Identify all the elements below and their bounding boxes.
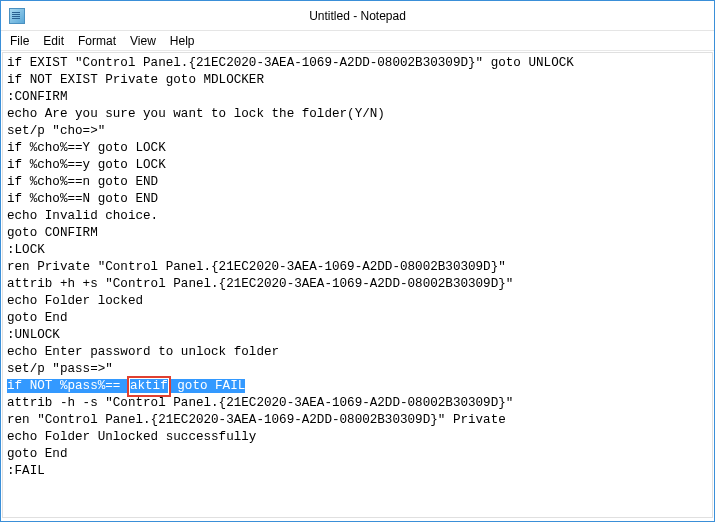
code-line: if %cho%==N goto END: [7, 192, 158, 206]
callout-box: aktif: [127, 376, 171, 397]
code-line: :CONFIRM: [7, 90, 67, 104]
menu-help[interactable]: Help: [163, 33, 202, 49]
menu-view[interactable]: View: [123, 33, 163, 49]
code-line: set/p "cho=>": [7, 124, 105, 138]
code-line: goto CONFIRM: [7, 226, 98, 240]
highlighted-line-part3: goto FAIL: [170, 379, 246, 393]
code-line: attrib -h -s "Control Panel.{21EC2020-3A…: [7, 396, 513, 410]
menu-file[interactable]: File: [3, 33, 36, 49]
code-line: if %cho%==Y goto LOCK: [7, 141, 166, 155]
code-line: attrib +h +s "Control Panel.{21EC2020-3A…: [7, 277, 513, 291]
notepad-icon: [9, 8, 25, 24]
text-editor[interactable]: if EXIST "Control Panel.{21EC2020-3AEA-1…: [3, 53, 712, 482]
code-line: if %cho%==y goto LOCK: [7, 158, 166, 172]
menubar: File Edit Format View Help: [1, 31, 714, 51]
menu-edit[interactable]: Edit: [36, 33, 71, 49]
code-line: ren Private "Control Panel.{21EC2020-3AE…: [7, 260, 506, 274]
highlighted-line-part1: if NOT %pass%==: [7, 379, 128, 393]
code-line: if EXIST "Control Panel.{21EC2020-3AEA-1…: [7, 56, 574, 70]
code-line: ren "Control Panel.{21EC2020-3AEA-1069-A…: [7, 413, 506, 427]
code-line: echo Enter password to unlock folder: [7, 345, 279, 359]
code-line: echo Folder Unlocked successfully: [7, 430, 256, 444]
code-line: :FAIL: [7, 464, 45, 478]
code-line: echo Are you sure you want to lock the f…: [7, 107, 385, 121]
code-line: goto End: [7, 447, 67, 461]
code-line: if %cho%==n goto END: [7, 175, 158, 189]
code-line: set/p "pass=>": [7, 362, 113, 376]
highlighted-password: aktif: [130, 379, 168, 393]
code-line: goto End: [7, 311, 67, 325]
code-line: :LOCK: [7, 243, 45, 257]
menu-format[interactable]: Format: [71, 33, 123, 49]
code-line: if NOT EXIST Private goto MDLOCKER: [7, 73, 264, 87]
window-title: Untitled - Notepad: [309, 9, 406, 23]
code-line: echo Folder locked: [7, 294, 143, 308]
code-line: echo Invalid choice.: [7, 209, 158, 223]
code-line: :UNLOCK: [7, 328, 60, 342]
titlebar[interactable]: Untitled - Notepad: [1, 1, 714, 31]
editor-container: if EXIST "Control Panel.{21EC2020-3AEA-1…: [2, 52, 713, 518]
